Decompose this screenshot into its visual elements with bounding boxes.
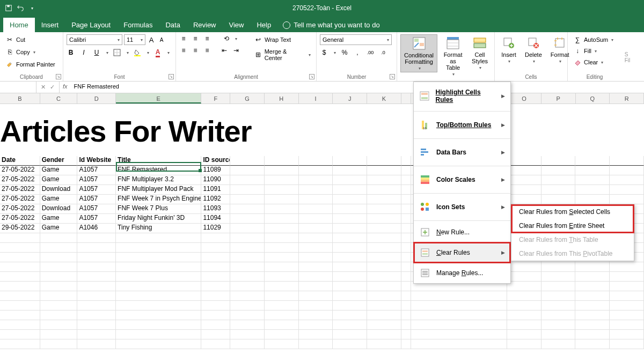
empty-cell[interactable] <box>367 204 401 214</box>
empty-cell[interactable] <box>575 320 610 330</box>
table-cell[interactable] <box>201 320 230 330</box>
table-cell[interactable]: Game <box>40 224 78 233</box>
table-cell[interactable] <box>201 311 230 320</box>
table-cell[interactable]: FNF Week 7 Plus <box>116 204 201 214</box>
table-header-cell[interactable]: Id Website <box>77 156 116 166</box>
empty-cell[interactable] <box>610 166 644 175</box>
empty-cell[interactable] <box>299 175 333 185</box>
table-cell[interactable] <box>0 320 40 330</box>
table-cell[interactable] <box>0 243 40 253</box>
table-cell[interactable]: 27-05-2022 <box>0 166 40 175</box>
empty-cell[interactable] <box>610 262 644 272</box>
empty-cell[interactable] <box>401 185 411 195</box>
empty-cell[interactable] <box>541 166 576 175</box>
table-cell[interactable] <box>116 233 201 243</box>
table-cell[interactable] <box>40 330 78 339</box>
column-header[interactable]: O <box>507 93 541 104</box>
underline-button[interactable]: U <box>92 48 101 57</box>
percent-format-icon[interactable]: % <box>340 48 349 57</box>
table-cell[interactable] <box>0 330 40 339</box>
empty-cell[interactable] <box>333 291 367 301</box>
table-cell[interactable] <box>201 233 230 243</box>
empty-cell[interactable] <box>265 253 299 262</box>
empty-cell[interactable] <box>333 282 367 291</box>
table-cell[interactable] <box>201 339 230 349</box>
table-cell[interactable] <box>77 253 116 262</box>
empty-cell[interactable] <box>610 195 644 204</box>
column-header[interactable]: R <box>610 93 644 104</box>
empty-cell[interactable] <box>333 330 367 339</box>
table-cell[interactable]: Game <box>40 175 78 185</box>
empty-cell[interactable] <box>401 301 411 311</box>
table-cell[interactable]: 11094 <box>201 214 230 224</box>
empty-cell[interactable] <box>333 185 367 195</box>
empty-cell[interactable] <box>333 253 367 262</box>
empty-cell[interactable] <box>299 233 333 243</box>
format-painter-button[interactable]: Format Painter <box>3 59 57 70</box>
empty-cell[interactable] <box>299 301 333 311</box>
table-cell[interactable]: Game <box>40 195 78 204</box>
empty-cell[interactable] <box>230 214 265 224</box>
column-header[interactable]: D <box>77 93 116 104</box>
empty-cell[interactable] <box>333 175 367 185</box>
table-cell[interactable] <box>201 243 230 253</box>
column-header[interactable]: G <box>230 93 265 104</box>
italic-button[interactable]: I <box>79 48 88 57</box>
number-format-combo[interactable]: General▾ <box>320 34 392 45</box>
table-cell[interactable] <box>77 282 116 291</box>
table-cell[interactable] <box>77 311 116 320</box>
empty-cell[interactable] <box>230 243 265 253</box>
table-cell[interactable] <box>0 311 40 320</box>
increase-indent-icon[interactable]: ⇥ <box>232 46 240 55</box>
table-cell[interactable]: Tiny Fishing <box>116 224 201 233</box>
empty-cell[interactable] <box>610 330 644 339</box>
wrap-text-button[interactable]: ↩Wrap Text <box>252 34 313 45</box>
table-cell[interactable]: A1057 <box>77 185 116 195</box>
empty-cell[interactable] <box>401 262 411 272</box>
tab-formulas[interactable]: Formulas <box>117 18 159 32</box>
table-cell[interactable]: FNF Multiplayer Mod Pack <box>116 185 201 195</box>
table-cell[interactable]: Game <box>40 214 78 224</box>
fill-color-button[interactable] <box>133 48 142 57</box>
empty-cell[interactable] <box>401 233 411 243</box>
empty-cell[interactable] <box>367 262 401 272</box>
clear-rules-sheet[interactable]: Clear Rules from Entire Sheet <box>511 219 634 233</box>
empty-cell[interactable] <box>230 185 265 195</box>
empty-cell[interactable] <box>299 253 333 262</box>
empty-cell[interactable] <box>507 175 541 185</box>
column-header[interactable]: B <box>0 93 40 104</box>
conditional-formatting-button[interactable]: Conditional Formatting▾ <box>400 34 437 72</box>
border-button[interactable] <box>113 48 121 57</box>
cancel-formula-icon[interactable]: ✕ <box>41 84 46 91</box>
empty-cell[interactable] <box>367 272 401 282</box>
table-cell[interactable] <box>201 291 230 301</box>
empty-cell[interactable] <box>299 204 333 214</box>
empty-cell[interactable] <box>299 330 333 339</box>
decrease-decimal-icon[interactable]: .0 <box>379 48 387 57</box>
empty-cell[interactable] <box>299 311 333 320</box>
undo-icon[interactable] <box>16 4 25 12</box>
table-cell[interactable] <box>201 301 230 311</box>
empty-cell[interactable] <box>401 224 411 233</box>
table-cell[interactable]: A1057 <box>77 214 116 224</box>
empty-cell[interactable] <box>610 175 644 185</box>
empty-cell[interactable] <box>610 311 644 320</box>
empty-cell[interactable] <box>333 272 367 282</box>
empty-cell[interactable] <box>333 311 367 320</box>
table-cell[interactable]: FNF Remastered <box>116 166 201 175</box>
table-cell[interactable]: A1046 <box>77 224 116 233</box>
empty-cell[interactable] <box>411 339 507 349</box>
alignment-dialog-launcher[interactable]: ↘ <box>309 74 314 79</box>
table-cell[interactable] <box>0 233 40 243</box>
font-color-button[interactable]: A <box>153 48 162 57</box>
empty-cell[interactable] <box>541 330 576 339</box>
table-cell[interactable]: 11029 <box>201 224 230 233</box>
empty-cell[interactable] <box>230 195 265 204</box>
table-cell[interactable]: 11093 <box>201 204 230 214</box>
table-cell[interactable] <box>40 301 78 311</box>
empty-cell[interactable] <box>401 291 411 301</box>
table-cell[interactable] <box>201 262 230 272</box>
tab-view[interactable]: View <box>223 18 251 32</box>
table-cell[interactable] <box>40 253 78 262</box>
empty-cell[interactable] <box>401 175 411 185</box>
